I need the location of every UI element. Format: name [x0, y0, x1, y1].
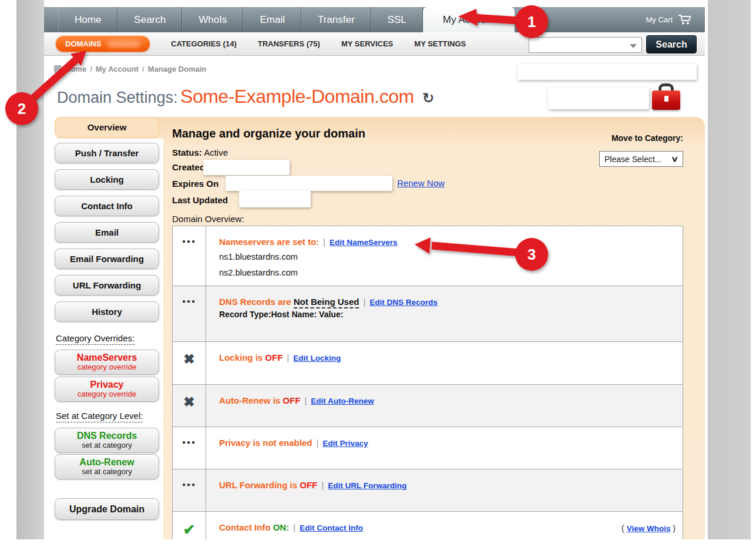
status-value: Active — [204, 147, 228, 157]
sidebar-override-nameservers[interactable]: NameServerscategory override — [55, 350, 159, 375]
category-overrides-heading: Category Overrides: — [56, 333, 135, 343]
redacted-domain-count — [107, 40, 140, 48]
sidebar-category-dns-records[interactable]: DNS Recordsset at category — [55, 428, 159, 453]
sidebar-tab-email-forwarding[interactable]: Email Forwarding — [55, 249, 159, 269]
subnav-item-my-services[interactable]: MY SERVICES — [341, 39, 393, 48]
sidebar-tab-email[interactable]: Email — [55, 222, 159, 243]
subnav-item-my-settings[interactable]: MY SETTINGS — [414, 39, 466, 48]
right-gutter — [708, 0, 751, 539]
row-title: DNS Records are Not Being Used|Edit DNS … — [219, 297, 671, 307]
section-heading: Manage and organize your domain — [172, 127, 365, 140]
edit-nameservers-link[interactable]: Edit NameServers — [330, 238, 398, 247]
edit-contact-info-link[interactable]: Edit Contact Info — [300, 523, 363, 532]
row-title: Auto-Renew is OFF|Edit Auto-Renew — [219, 395, 671, 405]
search-input[interactable] — [532, 38, 626, 52]
breadcrumb-item-manage-domain[interactable]: Manage Domain — [148, 65, 207, 73]
topnav-tab-ssl[interactable]: SSL — [371, 7, 423, 32]
subnav-item-domains[interactable]: DOMAINS — [56, 36, 150, 52]
move-to-category-label: Move to Category: — [587, 133, 683, 143]
home-icon — [54, 65, 62, 73]
chevron-down-icon: ∨ — [671, 155, 679, 163]
my-cart-label: My Cart — [646, 15, 673, 24]
row-title: Locking is OFF|Edit Locking — [219, 353, 671, 363]
domains-label: DOMAINS — [65, 39, 101, 48]
search-button[interactable]: Search — [646, 35, 697, 53]
updated-line: Last Updated — [172, 195, 228, 205]
sidebar-tab-locking[interactable]: Locking — [55, 169, 159, 190]
edit-url-forwarding-link[interactable]: Edit URL Forwarding — [328, 481, 406, 490]
dots-icon: ●●● — [173, 286, 206, 341]
sidebar-tab-contact-info[interactable]: Contact Info — [55, 196, 159, 216]
top-navigation: HomeSearchWhoIsEmailTransferSSLMy Accoun… — [44, 7, 705, 32]
overview-row-edit-url-forwarding: ●●●URL Forwarding is OFF|Edit URL Forwar… — [173, 469, 683, 512]
updated-label: Last Updated — [172, 195, 228, 205]
overview-row-edit-locking: ✖Locking is OFF|Edit Locking — [173, 342, 683, 385]
upgrade-domain-button[interactable]: Upgrade Domain — [55, 498, 159, 520]
overview-row-edit-dns-records: ●●●DNS Records are Not Being Used|Edit D… — [173, 286, 683, 342]
status-label: Status: — [172, 147, 202, 157]
overview-row-edit-nameservers: ●●●Nameservers are set to:|Edit NameServ… — [173, 226, 683, 286]
chevron-down-icon[interactable] — [630, 44, 637, 48]
my-cart-button[interactable]: My Cart — [646, 7, 693, 32]
domain-search-combobox[interactable] — [529, 37, 642, 53]
row-title: Privacy is not enabled|Edit Privacy — [219, 438, 671, 448]
dots-icon: ●●● — [173, 469, 206, 511]
breadcrumb-item-my-account[interactable]: My Account — [96, 65, 139, 73]
view-whois-link[interactable]: View Whois — [627, 524, 671, 533]
subnav-item-categories-14-[interactable]: CATEGORIES (14) — [171, 39, 237, 48]
redaction-box — [203, 160, 290, 175]
breadcrumb-item-home[interactable]: Home — [65, 65, 86, 73]
redaction-box — [239, 190, 311, 207]
breadcrumb-separator: / — [90, 65, 92, 73]
sidebar-tab-url-forwarding[interactable]: URL Forwarding — [55, 275, 159, 296]
topnav-tab-whois[interactable]: WhoIs — [182, 7, 243, 32]
edit-privacy-link[interactable]: Edit Privacy — [322, 439, 368, 448]
row-detail-headers: Record Type:Host Name: Value: — [219, 310, 671, 319]
overview-row-edit-privacy: ●●●Privacy is not enabled|Edit Privacy — [173, 427, 683, 469]
refresh-icon[interactable]: ↻ — [422, 90, 434, 106]
sidebar-tab-history[interactable]: History — [55, 301, 159, 322]
title-prefix: Domain Settings: — [57, 89, 178, 106]
sidebar-category-auto-renew[interactable]: Auto-Renewset at category — [55, 454, 159, 479]
x-icon: ✖ — [173, 342, 206, 384]
subnav-item-transfers-75-[interactable]: TRANSFERS (75) — [258, 39, 320, 48]
edit-dns-records-link[interactable]: Edit DNS Records — [369, 298, 438, 307]
sidebar-tab-overview[interactable]: Overview — [55, 117, 159, 137]
overview-row-edit-auto-renew: ✖Auto-Renew is OFF|Edit Auto-Renew — [173, 385, 683, 427]
row-title: Nameservers are set to:|Edit NameServers — [219, 237, 671, 247]
breadcrumb-separator: / — [142, 65, 145, 73]
redaction-box — [518, 64, 697, 80]
redaction-box — [548, 88, 649, 109]
topnav-tab-home[interactable]: Home — [58, 7, 117, 32]
sidebar-override-privacy[interactable]: Privacycategory override — [55, 377, 159, 402]
dots-icon: ●●● — [173, 226, 206, 286]
edit-locking-link[interactable]: Edit Locking — [293, 354, 341, 363]
cart-icon — [678, 14, 692, 25]
topnav-tab-transfer[interactable]: Transfer — [301, 7, 371, 32]
domain-settings-page: HomeSearchWhoIsEmailTransferSSLMy Accoun… — [0, 0, 756, 547]
sidebar-tab-push-transfer[interactable]: Push / Transfer — [55, 143, 159, 163]
expires-label: Expires On — [172, 179, 219, 189]
row-detail: ns1.bluestardns.com — [219, 251, 671, 263]
domain-overview-table: ●●●Nameservers are set to:|Edit NameServ… — [172, 226, 683, 547]
toolbox-icon[interactable] — [651, 83, 681, 113]
left-gutter — [16, 0, 44, 539]
dots-icon: ●●● — [173, 427, 206, 469]
status-line: Status: Active — [172, 147, 228, 157]
x-icon: ✖ — [173, 385, 206, 427]
category-select-value: Please Select... — [604, 155, 661, 164]
view-whois-wrap: ( View Whois ) — [621, 523, 676, 533]
row-title: Contact Info ON:|Edit Contact Info — [219, 522, 671, 532]
row-title: URL Forwarding is OFF|Edit URL Forwardin… — [219, 480, 671, 490]
domain-name: Some-Example-Domain.com — [180, 86, 414, 107]
edit-auto-renew-link[interactable]: Edit Auto-Renew — [311, 397, 374, 405]
topnav-tab-search[interactable]: Search — [117, 7, 182, 32]
category-select[interactable]: Please Select... ∨ — [599, 151, 683, 167]
domain-overview-label: Domain Overview: — [172, 214, 244, 224]
bottom-margin — [0, 539, 756, 547]
topnav-tab-email[interactable]: Email — [243, 7, 301, 32]
renew-now-link[interactable]: Renew Now — [397, 178, 445, 188]
page-title: Domain Settings: Some-Example-Domain.com… — [57, 86, 434, 108]
set-at-category-heading: Set at Category Level: — [56, 411, 143, 421]
topnav-tab-my-account[interactable]: My Account — [423, 7, 515, 32]
